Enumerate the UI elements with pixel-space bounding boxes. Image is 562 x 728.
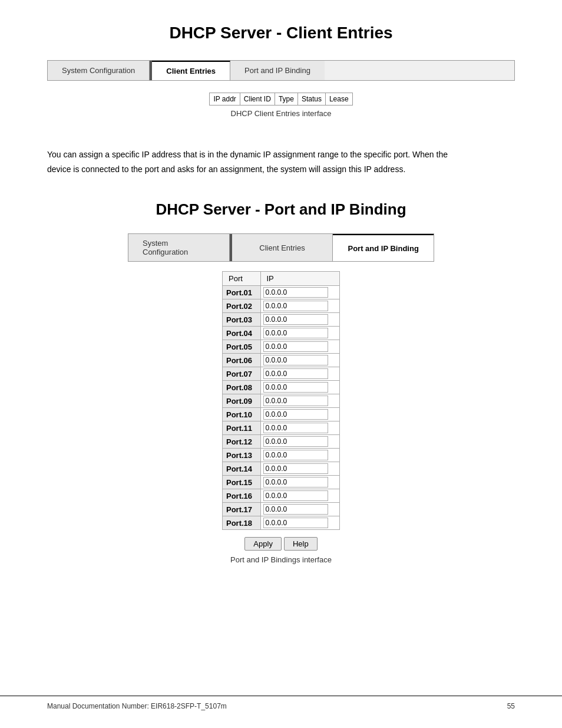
port-ip-input-9[interactable] <box>260 394 340 408</box>
port-label-13: Port.13 <box>223 449 261 462</box>
table-row: Port.16 <box>223 489 340 503</box>
table-row: Port.02 <box>223 299 340 313</box>
ip-input-16[interactable] <box>263 490 328 501</box>
port-binding-section: System Configuration Client Entries Port… <box>47 233 515 564</box>
tab-client-entries-1[interactable]: Client Entries <box>152 61 230 80</box>
tab-system-configuration-2[interactable]: System Configuration <box>128 234 230 261</box>
port-ip-input-18[interactable] <box>260 516 340 530</box>
port-ip-input-6[interactable] <box>260 354 340 367</box>
ip-input-17[interactable] <box>263 504 328 515</box>
port-label-15: Port.15 <box>223 476 261 489</box>
table-row: Port.05 <box>223 340 340 354</box>
ip-input-7[interactable] <box>263 368 328 379</box>
port-ip-input-11[interactable] <box>260 421 340 435</box>
help-button[interactable]: Help <box>284 537 318 551</box>
tab-port-ip-binding-2[interactable]: Port and IP Binding <box>333 234 434 261</box>
port-label-1: Port.01 <box>223 286 261 299</box>
port-label-18: Port.18 <box>223 516 261 530</box>
col-client-id: Client ID <box>240 93 275 105</box>
port-ip-input-3[interactable] <box>260 313 340 327</box>
port-label-7: Port.07 <box>223 367 261 381</box>
main-title: DHCP Server - Client Entries <box>47 24 515 42</box>
footer-page-number: 55 <box>507 702 515 710</box>
col-type: Type <box>275 93 298 105</box>
ip-input-10[interactable] <box>263 409 328 420</box>
ip-input-6[interactable] <box>263 355 328 365</box>
ip-input-15[interactable] <box>263 477 328 487</box>
port-ip-input-16[interactable] <box>260 489 340 503</box>
section2-tab-bar: System Configuration Client Entries Port… <box>128 233 434 262</box>
port-ip-input-4[interactable] <box>260 327 340 340</box>
port-ip-input-17[interactable] <box>260 503 340 516</box>
table-row: Port.17 <box>223 503 340 516</box>
port-label-11: Port.11 <box>223 421 261 435</box>
tab-port-ip-binding-1[interactable]: Port and IP Binding <box>230 61 325 80</box>
table-row: Port.08 <box>223 381 340 394</box>
port-ip-input-15[interactable] <box>260 476 340 489</box>
port-label-5: Port.05 <box>223 340 261 354</box>
port-ip-input-10[interactable] <box>260 408 340 421</box>
port-ip-input-8[interactable] <box>260 381 340 394</box>
col-status: Status <box>298 93 326 105</box>
action-buttons: Apply Help <box>244 537 317 551</box>
ip-input-9[interactable] <box>263 396 328 406</box>
section1-tab-bar: System Configuration Client Entries Port… <box>47 60 515 81</box>
port-ip-input-13[interactable] <box>260 449 340 462</box>
port-label-12: Port.12 <box>223 435 261 449</box>
table-row: Port.15 <box>223 476 340 489</box>
table-header-port: Port <box>223 272 261 286</box>
table-row: Port.12 <box>223 435 340 449</box>
tab-system-configuration-1[interactable]: System Configuration <box>48 61 150 80</box>
client-entries-preview: IP addr Client ID Type Status Lease DHCP… <box>47 93 515 141</box>
port-label-14: Port.14 <box>223 462 261 476</box>
page-footer: Manual Documentation Number: EIR618-2SFP… <box>0 696 562 716</box>
port-binding-interface-label: Port and IP Bindings interface <box>230 555 332 564</box>
section2-title: DHCP Server - Port and IP Binding <box>47 200 515 219</box>
table-row: Port.01 <box>223 286 340 299</box>
table-row: Port.04 <box>223 327 340 340</box>
ip-input-8[interactable] <box>263 382 328 393</box>
ip-input-11[interactable] <box>263 423 328 433</box>
port-label-8: Port.08 <box>223 381 261 394</box>
ip-input-12[interactable] <box>263 436 328 447</box>
ip-input-18[interactable] <box>263 518 328 528</box>
table-row: Port.06 <box>223 354 340 367</box>
port-label-16: Port.16 <box>223 489 261 503</box>
col-lease: Lease <box>326 93 352 105</box>
table-row: Port.03 <box>223 313 340 327</box>
table-row: Port.13 <box>223 449 340 462</box>
table-row: Port.09 <box>223 394 340 408</box>
port-ip-input-14[interactable] <box>260 462 340 476</box>
apply-button[interactable]: Apply <box>244 537 282 551</box>
client-entries-header-table: IP addr Client ID Type Status Lease <box>209 93 352 106</box>
ip-input-3[interactable] <box>263 314 328 325</box>
ip-input-13[interactable] <box>263 450 328 460</box>
tab-client-entries-2[interactable]: Client Entries <box>232 234 333 261</box>
footer-doc-number: Manual Documentation Number: EIR618-2SFP… <box>47 702 227 710</box>
port-label-9: Port.09 <box>223 394 261 408</box>
port-label-10: Port.10 <box>223 408 261 421</box>
table-row: Port.10 <box>223 408 340 421</box>
table-row: Port.07 <box>223 367 340 381</box>
col-ip-addr: IP addr <box>210 93 240 105</box>
ip-input-2[interactable] <box>263 301 328 311</box>
ip-input-4[interactable] <box>263 328 328 338</box>
port-ip-input-1[interactable] <box>260 286 340 299</box>
port-ip-table: Port IP Port.01Port.02Port.03Port.04Port… <box>222 271 340 530</box>
port-ip-input-5[interactable] <box>260 340 340 354</box>
port-label-2: Port.02 <box>223 299 261 313</box>
port-ip-input-7[interactable] <box>260 367 340 381</box>
table-row: Port.14 <box>223 462 340 476</box>
port-ip-input-2[interactable] <box>260 299 340 313</box>
body-paragraph: You can assign a specific IP address tha… <box>47 147 448 177</box>
ip-input-14[interactable] <box>263 463 328 474</box>
table-header-ip: IP <box>260 272 340 286</box>
table-row: Port.11 <box>223 421 340 435</box>
client-entries-interface-label: DHCP Client Entries interface <box>231 109 332 118</box>
port-label-4: Port.04 <box>223 327 261 340</box>
ip-input-5[interactable] <box>263 341 328 352</box>
port-label-3: Port.03 <box>223 313 261 327</box>
port-ip-input-12[interactable] <box>260 435 340 449</box>
table-row: Port.18 <box>223 516 340 530</box>
ip-input-1[interactable] <box>263 287 328 298</box>
